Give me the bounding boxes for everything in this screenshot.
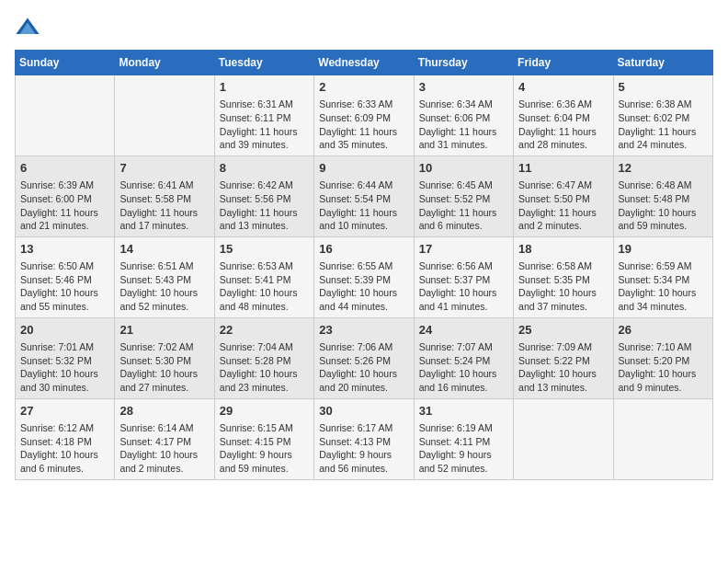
day-number: 20 — [20, 322, 109, 339]
day-number: 9 — [319, 160, 408, 177]
calendar-cell: 26Sunrise: 7:10 AM Sunset: 5:20 PM Dayli… — [613, 317, 712, 398]
day-number: 15 — [220, 241, 309, 258]
day-number: 12 — [619, 160, 708, 177]
day-number: 2 — [319, 79, 408, 96]
cell-content: Sunrise: 6:17 AM Sunset: 4:13 PM Dayligh… — [319, 421, 408, 476]
cell-content: Sunrise: 6:51 AM Sunset: 5:43 PM Dayligh… — [119, 259, 209, 314]
cell-content: Sunrise: 6:34 AM Sunset: 6:06 PM Dayligh… — [419, 98, 508, 152]
day-number: 16 — [319, 241, 408, 258]
day-number: 7 — [119, 160, 209, 177]
weekday-header: Wednesday — [314, 51, 414, 75]
day-number: 29 — [220, 403, 309, 419]
cell-content: Sunrise: 6:38 AM Sunset: 6:02 PM Dayligh… — [619, 98, 708, 152]
calendar-cell: 22Sunrise: 7:04 AM Sunset: 5:28 PM Dayli… — [214, 317, 313, 398]
calendar-cell — [115, 75, 214, 156]
day-number: 14 — [119, 241, 209, 258]
cell-content: Sunrise: 6:50 AM Sunset: 5:46 PM Dayligh… — [20, 259, 109, 314]
calendar-cell: 11Sunrise: 6:47 AM Sunset: 5:50 PM Dayli… — [514, 155, 613, 236]
cell-content: Sunrise: 6:58 AM Sunset: 5:35 PM Dayligh… — [518, 259, 608, 314]
day-number: 23 — [319, 322, 408, 339]
cell-content: Sunrise: 6:55 AM Sunset: 5:39 PM Dayligh… — [319, 259, 408, 314]
calendar-cell: 18Sunrise: 6:58 AM Sunset: 5:35 PM Dayli… — [514, 236, 613, 317]
calendar-cell — [514, 398, 613, 479]
cell-content: Sunrise: 7:07 AM Sunset: 5:24 PM Dayligh… — [419, 340, 508, 395]
calendar-cell: 9Sunrise: 6:44 AM Sunset: 5:54 PM Daylig… — [314, 155, 414, 236]
cell-content: Sunrise: 6:48 AM Sunset: 5:48 PM Dayligh… — [619, 178, 708, 233]
cell-content: Sunrise: 6:15 AM Sunset: 4:15 PM Dayligh… — [220, 421, 309, 476]
day-number: 28 — [119, 403, 209, 419]
calendar-cell: 8Sunrise: 6:42 AM Sunset: 5:56 PM Daylig… — [214, 155, 313, 236]
calendar-cell: 23Sunrise: 7:06 AM Sunset: 5:26 PM Dayli… — [314, 317, 414, 398]
day-number: 8 — [220, 160, 309, 177]
cell-content: Sunrise: 6:39 AM Sunset: 6:00 PM Dayligh… — [20, 178, 109, 233]
calendar-cell: 14Sunrise: 6:51 AM Sunset: 5:43 PM Dayli… — [115, 236, 214, 317]
cell-content: Sunrise: 7:02 AM Sunset: 5:30 PM Dayligh… — [119, 340, 209, 395]
calendar-cell: 20Sunrise: 7:01 AM Sunset: 5:32 PM Dayli… — [16, 317, 115, 398]
page-header — [15, 15, 713, 40]
cell-content: Sunrise: 7:09 AM Sunset: 5:22 PM Dayligh… — [518, 340, 608, 395]
calendar-cell: 6Sunrise: 6:39 AM Sunset: 6:00 PM Daylig… — [16, 155, 115, 236]
day-number: 3 — [419, 79, 508, 96]
calendar-cell: 30Sunrise: 6:17 AM Sunset: 4:13 PM Dayli… — [314, 398, 414, 479]
cell-content: Sunrise: 6:42 AM Sunset: 5:56 PM Dayligh… — [220, 178, 309, 233]
cell-content: Sunrise: 6:53 AM Sunset: 5:41 PM Dayligh… — [220, 259, 309, 314]
day-number: 13 — [20, 241, 109, 258]
cell-content: Sunrise: 6:31 AM Sunset: 6:11 PM Dayligh… — [220, 98, 309, 152]
calendar-body: 1Sunrise: 6:31 AM Sunset: 6:11 PM Daylig… — [16, 75, 713, 480]
calendar-cell: 25Sunrise: 7:09 AM Sunset: 5:22 PM Dayli… — [514, 317, 613, 398]
calendar-cell: 24Sunrise: 7:07 AM Sunset: 5:24 PM Dayli… — [414, 317, 513, 398]
cell-content: Sunrise: 6:56 AM Sunset: 5:37 PM Dayligh… — [419, 259, 508, 314]
cell-content: Sunrise: 7:10 AM Sunset: 5:20 PM Dayligh… — [619, 340, 708, 395]
calendar-cell: 4Sunrise: 6:36 AM Sunset: 6:04 PM Daylig… — [514, 75, 613, 156]
cell-content: Sunrise: 6:12 AM Sunset: 4:18 PM Dayligh… — [20, 421, 109, 476]
calendar-cell: 3Sunrise: 6:34 AM Sunset: 6:06 PM Daylig… — [414, 75, 513, 156]
calendar-cell: 7Sunrise: 6:41 AM Sunset: 5:58 PM Daylig… — [115, 155, 214, 236]
calendar-cell: 31Sunrise: 6:19 AM Sunset: 4:11 PM Dayli… — [414, 398, 513, 479]
day-number: 27 — [20, 403, 109, 419]
cell-content: Sunrise: 6:36 AM Sunset: 6:04 PM Dayligh… — [518, 98, 608, 152]
cell-content: Sunrise: 6:41 AM Sunset: 5:58 PM Dayligh… — [119, 178, 209, 233]
weekday-header: Friday — [514, 51, 613, 75]
day-number: 18 — [518, 241, 608, 258]
calendar-table: SundayMondayTuesdayWednesdayThursdayFrid… — [15, 50, 713, 480]
day-number: 25 — [518, 322, 608, 339]
calendar-cell: 10Sunrise: 6:45 AM Sunset: 5:52 PM Dayli… — [414, 155, 513, 236]
cell-content: Sunrise: 6:45 AM Sunset: 5:52 PM Dayligh… — [419, 178, 508, 233]
day-number: 5 — [619, 79, 708, 96]
weekday-header: Tuesday — [214, 51, 313, 75]
day-number: 4 — [518, 79, 608, 96]
calendar-cell: 12Sunrise: 6:48 AM Sunset: 5:48 PM Dayli… — [613, 155, 712, 236]
day-number: 11 — [518, 160, 608, 177]
day-number: 21 — [119, 322, 209, 339]
calendar-cell: 17Sunrise: 6:56 AM Sunset: 5:37 PM Dayli… — [414, 236, 513, 317]
calendar-cell — [613, 398, 712, 479]
calendar-cell: 27Sunrise: 6:12 AM Sunset: 4:18 PM Dayli… — [16, 398, 115, 479]
calendar-cell: 21Sunrise: 7:02 AM Sunset: 5:30 PM Dayli… — [115, 317, 214, 398]
calendar-header: SundayMondayTuesdayWednesdayThursdayFrid… — [16, 51, 713, 75]
day-number: 26 — [619, 322, 708, 339]
day-number: 30 — [319, 403, 408, 419]
day-number: 1 — [220, 79, 309, 96]
cell-content: Sunrise: 6:47 AM Sunset: 5:50 PM Dayligh… — [518, 178, 608, 233]
logo — [15, 15, 44, 40]
calendar-cell — [16, 75, 115, 156]
day-number: 31 — [419, 403, 508, 419]
calendar-cell: 16Sunrise: 6:55 AM Sunset: 5:39 PM Dayli… — [314, 236, 414, 317]
calendar-cell: 5Sunrise: 6:38 AM Sunset: 6:02 PM Daylig… — [613, 75, 712, 156]
cell-content: Sunrise: 7:01 AM Sunset: 5:32 PM Dayligh… — [20, 340, 109, 395]
day-number: 19 — [619, 241, 708, 258]
weekday-header: Saturday — [613, 51, 712, 75]
cell-content: Sunrise: 6:19 AM Sunset: 4:11 PM Dayligh… — [419, 421, 508, 476]
calendar-cell: 2Sunrise: 6:33 AM Sunset: 6:09 PM Daylig… — [314, 75, 414, 156]
cell-content: Sunrise: 7:06 AM Sunset: 5:26 PM Dayligh… — [319, 340, 408, 395]
day-number: 17 — [419, 241, 508, 258]
cell-content: Sunrise: 6:14 AM Sunset: 4:17 PM Dayligh… — [119, 421, 209, 476]
calendar-cell: 15Sunrise: 6:53 AM Sunset: 5:41 PM Dayli… — [214, 236, 313, 317]
day-number: 6 — [20, 160, 109, 177]
logo-icon — [15, 15, 40, 40]
cell-content: Sunrise: 6:33 AM Sunset: 6:09 PM Dayligh… — [319, 98, 408, 152]
calendar-cell: 29Sunrise: 6:15 AM Sunset: 4:15 PM Dayli… — [214, 398, 313, 479]
cell-content: Sunrise: 7:04 AM Sunset: 5:28 PM Dayligh… — [220, 340, 309, 395]
weekday-header: Monday — [115, 51, 214, 75]
cell-content: Sunrise: 6:59 AM Sunset: 5:34 PM Dayligh… — [619, 259, 708, 314]
